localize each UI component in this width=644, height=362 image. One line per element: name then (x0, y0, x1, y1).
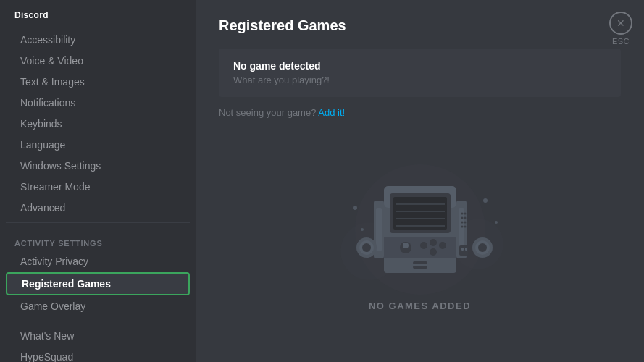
illustration-area: NO GAMES ADDED (219, 135, 621, 311)
svg-point-26 (461, 217, 463, 219)
no-game-subtitle: What are you playing?! (233, 75, 606, 85)
svg-rect-33 (459, 245, 468, 256)
sidebar-item-activity-privacy[interactable]: Activity Privacy (6, 251, 190, 272)
no-game-title: No game detected (233, 60, 606, 72)
svg-point-25 (461, 213, 463, 215)
svg-rect-35 (465, 248, 467, 251)
sidebar-item-voice-video[interactable]: Voice & Video (6, 51, 190, 71)
sidebar-item-hypesquad[interactable]: HypeSquad (6, 347, 190, 362)
sidebar: Discord Accessibility Voice & Video Text… (0, 0, 196, 362)
svg-point-38 (362, 243, 371, 252)
sidebar-item-game-overlay[interactable]: Game Overlay (6, 296, 190, 316)
svg-rect-34 (461, 248, 464, 251)
svg-point-14 (420, 242, 427, 249)
app-title: Discord (0, 6, 196, 29)
sidebar-item-text-images[interactable]: Text & Images (6, 72, 190, 92)
sidebar-item-whats-new[interactable]: What's New (6, 326, 190, 346)
sidebar-item-notifications[interactable]: Notifications (6, 93, 190, 113)
esc-label: ESC (612, 37, 630, 46)
svg-point-45 (495, 221, 498, 224)
svg-rect-19 (413, 261, 427, 264)
esc-circle[interactable]: ✕ (609, 12, 632, 35)
sidebar-item-windows-settings[interactable]: Windows Settings (6, 156, 190, 176)
svg-point-32 (464, 226, 466, 228)
svg-point-13 (403, 243, 409, 248)
svg-point-17 (439, 242, 446, 249)
svg-rect-6 (393, 197, 447, 230)
svg-point-16 (430, 248, 437, 256)
svg-point-42 (353, 206, 357, 210)
sidebar-item-registered-games[interactable]: Registered Games (6, 272, 190, 295)
svg-point-43 (483, 198, 488, 203)
svg-point-28 (461, 226, 463, 228)
sidebar-item-accessibility[interactable]: Accessibility (6, 30, 190, 50)
no-game-box: No game detected What are you playing?! (219, 49, 621, 97)
svg-point-29 (464, 213, 466, 215)
svg-point-30 (464, 217, 466, 219)
esc-symbol: ✕ (616, 17, 625, 29)
divider-2 (6, 321, 190, 321)
arcade-illustration (311, 135, 529, 295)
svg-rect-20 (413, 266, 427, 269)
svg-point-44 (361, 228, 364, 231)
no-games-label: NO GAMES ADDED (369, 300, 471, 311)
add-it-link[interactable]: Add it! (318, 107, 345, 118)
not-seeing-text: Not seeing your game? Add it! (219, 107, 621, 118)
sidebar-item-language[interactable]: Language (6, 135, 190, 155)
activity-section-label: ACTIVITY SETTINGS (0, 227, 196, 251)
svg-point-15 (430, 239, 437, 246)
divider (6, 222, 190, 223)
svg-rect-22 (376, 208, 382, 251)
svg-point-31 (464, 222, 466, 224)
svg-point-41 (478, 243, 487, 252)
page-title: Registered Games (219, 17, 621, 34)
main-content: Registered Games No game detected What a… (196, 0, 644, 362)
sidebar-item-advanced[interactable]: Advanced (6, 198, 190, 218)
sidebar-item-streamer-mode[interactable]: Streamer Mode (6, 177, 190, 197)
esc-button[interactable]: ✕ ESC (609, 12, 632, 46)
sidebar-item-keybinds[interactable]: Keybinds (6, 114, 190, 134)
svg-point-27 (461, 222, 463, 224)
